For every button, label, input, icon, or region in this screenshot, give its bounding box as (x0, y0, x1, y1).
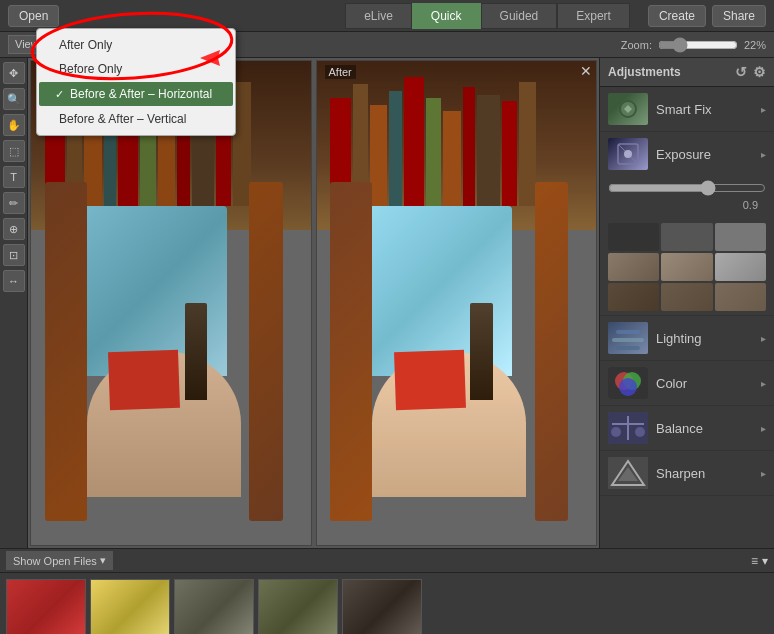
mode-tabs: eLive Quick Guided Expert (345, 3, 630, 29)
dropdown-menu-container: After Only Before Only ✓ Before & After … (36, 28, 236, 136)
dropdown-item-after-only[interactable]: After Only (37, 33, 235, 57)
sharpen-thumb (608, 457, 648, 489)
tool-text[interactable]: T (3, 166, 25, 188)
right-buttons: Create Share (648, 5, 766, 27)
view-dropdown-menu: After Only Before Only ✓ Before & After … (36, 28, 236, 136)
tab-elive[interactable]: eLive (345, 3, 412, 29)
left-toolbar: ✥ 🔍 ✋ ⬚ T ✏ ⊕ ⊡ ↔ (0, 58, 28, 548)
smart-fix-thumb (608, 93, 648, 125)
adjustments-header: Adjustments ↺ ⚙ (600, 58, 774, 87)
color-arrow: ▸ (761, 378, 766, 389)
exposure-preset-1[interactable] (608, 223, 659, 251)
exposure-value: 0.9 (608, 199, 766, 211)
balance-row[interactable]: Balance ▸ (600, 406, 774, 450)
dropdown-label-after-only: After Only (59, 38, 112, 52)
sharpen-label: Sharpen (656, 466, 753, 481)
balance-section: Balance ▸ (600, 406, 774, 451)
filmstrip-thumb-4[interactable] (258, 579, 338, 634)
after-panel: ✕ After (316, 60, 598, 546)
sharpen-section: Sharpen ▸ (600, 451, 774, 496)
exposure-preset-9[interactable] (715, 283, 766, 311)
exposure-row[interactable]: Exposure ▸ (600, 132, 774, 176)
adjustments-panel: Adjustments ↺ ⚙ Smart Fix ▸ (599, 58, 774, 548)
exposure-preset-6[interactable] (715, 253, 766, 281)
show-files-label: Show Open Files (13, 555, 97, 567)
sharpen-row[interactable]: Sharpen ▸ (600, 451, 774, 495)
filmstrip-expand-icon[interactable]: ▾ (762, 554, 768, 568)
filmstrip-thumb-5[interactable] (342, 579, 422, 634)
smart-fix-arrow: ▸ (761, 104, 766, 115)
balance-label: Balance (656, 421, 753, 436)
dropdown-item-before-after-h[interactable]: ✓ Before & After – Horizontal (39, 82, 233, 106)
share-button[interactable]: Share (712, 5, 766, 27)
svg-rect-5 (612, 338, 644, 342)
exposure-thumb (608, 138, 648, 170)
color-row[interactable]: Color ▸ (600, 361, 774, 405)
tool-brush[interactable]: ✏ (3, 192, 25, 214)
smart-fix-label: Smart Fix (656, 102, 753, 117)
balance-thumb (608, 412, 648, 444)
tool-heal[interactable]: ⊕ (3, 218, 25, 240)
close-button[interactable]: ✕ (580, 63, 592, 79)
sharpen-arrow: ▸ (761, 468, 766, 479)
lighting-label: Lighting (656, 331, 753, 346)
smart-fix-row[interactable]: Smart Fix ▸ (600, 87, 774, 131)
color-label: Color (656, 376, 753, 391)
tool-zoom[interactable]: 🔍 (3, 88, 25, 110)
adj-icon-group: ↺ ⚙ (735, 64, 766, 80)
tab-quick[interactable]: Quick (412, 3, 481, 29)
lighting-thumb (608, 322, 648, 354)
exposure-preset-2[interactable] (661, 223, 712, 251)
filmstrip-thumb-3[interactable] (174, 579, 254, 634)
filmstrip (0, 573, 774, 634)
exposure-label: Exposure (656, 147, 753, 162)
dropdown-item-before-after-v[interactable]: Before & After – Vertical (37, 107, 235, 131)
tool-crop[interactable]: ⊡ (3, 244, 25, 266)
exposure-preset-8[interactable] (661, 283, 712, 311)
color-thumb (608, 367, 648, 399)
adj-settings-icon[interactable]: ⚙ (753, 64, 766, 80)
smart-fix-section: Smart Fix ▸ (600, 87, 774, 132)
exposure-slider[interactable] (608, 180, 766, 196)
adj-reset-icon[interactable]: ↺ (735, 64, 747, 80)
dropdown-item-before-only[interactable]: Before Only (37, 57, 235, 81)
svg-point-14 (611, 427, 621, 437)
tool-select[interactable]: ⬚ (3, 140, 25, 162)
adjustments-title: Adjustments (608, 65, 681, 79)
svg-point-2 (624, 150, 632, 158)
create-button[interactable]: Create (648, 5, 706, 27)
lighting-section: Lighting ▸ (600, 316, 774, 361)
dropdown-label-before-only: Before Only (59, 62, 122, 76)
exposure-section: Exposure ▸ 0.9 (600, 132, 774, 316)
after-label: After (325, 65, 356, 79)
exposure-slider-container: 0.9 (600, 176, 774, 219)
filmstrip-list-icon[interactable]: ≡ (751, 554, 758, 568)
balance-arrow: ▸ (761, 423, 766, 434)
exposure-preset-3[interactable] (715, 223, 766, 251)
filmstrip-thumb-2[interactable] (90, 579, 170, 634)
lighting-arrow: ▸ (761, 333, 766, 344)
filmstrip-thumb-1[interactable] (6, 579, 86, 634)
lighting-row[interactable]: Lighting ▸ (600, 316, 774, 360)
exposure-preset-4[interactable] (608, 253, 659, 281)
zoom-slider[interactable] (658, 37, 738, 53)
tab-guided[interactable]: Guided (481, 3, 558, 29)
exposure-preset-5[interactable] (661, 253, 712, 281)
tool-move2[interactable]: ↔ (3, 270, 25, 292)
tab-expert[interactable]: Expert (557, 3, 630, 29)
filmstrip-area: Show Open Files ▾ ≡ ▾ (0, 548, 774, 634)
svg-rect-6 (616, 346, 640, 350)
zoom-label: Zoom: (621, 39, 652, 51)
tool-move[interactable]: ✥ (3, 62, 25, 84)
exposure-preset-7[interactable] (608, 283, 659, 311)
dropdown-label-before-after-v: Before & After – Vertical (59, 112, 186, 126)
dropdown-label-before-after-h: Before & After – Horizontal (70, 87, 212, 101)
open-button[interactable]: Open (8, 5, 59, 27)
svg-point-15 (635, 427, 645, 437)
dropdown-check-3: ✓ (55, 88, 64, 101)
svg-rect-4 (616, 330, 640, 334)
show-files-button[interactable]: Show Open Files ▾ (6, 551, 113, 570)
show-files-dropdown-icon: ▾ (100, 554, 106, 567)
tool-hand[interactable]: ✋ (3, 114, 25, 136)
filmstrip-header: Show Open Files ▾ ≡ ▾ (0, 549, 774, 573)
